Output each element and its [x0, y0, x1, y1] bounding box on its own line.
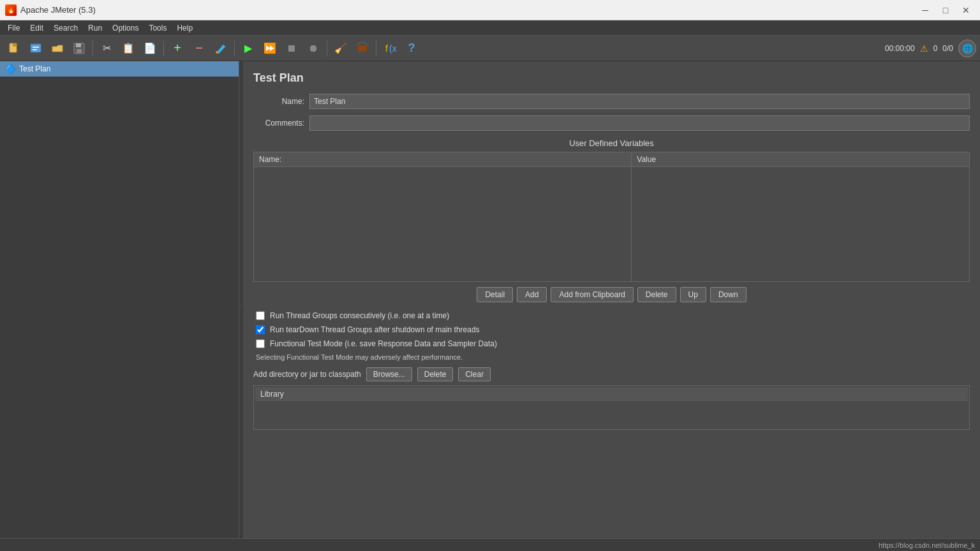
- comments-input[interactable]: [309, 115, 970, 131]
- toolbar-copy[interactable]: 📋: [118, 38, 138, 59]
- name-row: Name:: [253, 94, 970, 109]
- comments-row: Comments:: [253, 115, 970, 131]
- svg-rect-2: [31, 44, 41, 52]
- name-label: Name:: [253, 97, 304, 106]
- menu-options[interactable]: Options: [107, 20, 144, 35]
- svg-rect-6: [76, 43, 81, 47]
- globe-button[interactable]: 🌐: [958, 40, 976, 57]
- add-from-clipboard-button[interactable]: Add from Clipboard: [551, 287, 633, 302]
- svg-rect-3: [33, 47, 39, 48]
- svg-rect-4: [33, 49, 37, 50]
- svg-text:f: f: [385, 43, 388, 54]
- empty-row: [254, 167, 970, 282]
- col-name-header: Name:: [254, 152, 632, 167]
- minimize-button[interactable]: ─: [916, 3, 934, 18]
- toolbar-start-no-pause[interactable]: ⏩: [260, 38, 280, 59]
- toolbar-clear-results[interactable]: 🧹: [330, 38, 351, 59]
- detail-button[interactable]: Detail: [477, 287, 513, 302]
- consecutive-checkbox[interactable]: [256, 311, 265, 320]
- time-display: 00:00:00: [885, 44, 915, 53]
- toolbar-templates[interactable]: [26, 38, 46, 59]
- library-table: Library: [253, 385, 970, 430]
- app-title: Apache JMeter (5.3): [20, 5, 96, 15]
- menu-search[interactable]: Search: [48, 20, 83, 35]
- toolbar-sep-2: [163, 41, 164, 56]
- toolbar-sep-3: [234, 41, 235, 56]
- menu-bar: File Edit Search Run Options Tools Help: [0, 20, 980, 36]
- teardown-label: Run tearDown Thread Groups after shutdow…: [270, 325, 480, 334]
- svg-rect-7: [77, 49, 82, 53]
- toolbar-right: 00:00:00 ⚠ 0 0/0 🌐: [885, 40, 976, 57]
- status-bar: https://blog.csdn.net/sublime_k: [0, 538, 980, 551]
- toolbar-clear[interactable]: [352, 38, 373, 59]
- menu-run[interactable]: Run: [83, 20, 107, 35]
- toolbar-cut[interactable]: ✂: [96, 38, 117, 59]
- toolbar-new[interactable]: [4, 38, 24, 59]
- svg-point-8: [216, 51, 218, 54]
- classpath-label: Add directory or jar to classpath: [253, 370, 361, 379]
- close-button[interactable]: ✕: [957, 3, 975, 18]
- consecutive-label: Run Thread Groups consecutively (i.e. on…: [270, 311, 449, 320]
- functional-notice: Selecting Functional Test Mode may adver…: [256, 353, 970, 361]
- browse-button[interactable]: Browse...: [366, 367, 412, 381]
- toolbar-functions[interactable]: f(x): [380, 38, 400, 59]
- toolbar-open[interactable]: [47, 38, 68, 59]
- app-icon: 🔥: [5, 4, 17, 16]
- variables-table: Name: Value: [253, 152, 970, 282]
- classpath-delete-button[interactable]: Delete: [417, 367, 454, 381]
- toolbar-sep-5: [376, 41, 376, 56]
- tree-item-label: Test Plan: [19, 64, 50, 73]
- toolbar-sep-4: [327, 41, 327, 56]
- status-url: https://blog.csdn.net/sublime_k: [879, 541, 975, 549]
- toolbar-sep-1: [93, 41, 93, 56]
- window-controls: ─ □ ✕: [916, 3, 975, 18]
- menu-file[interactable]: File: [3, 20, 25, 35]
- toolbar-paste[interactable]: 📄: [140, 38, 160, 59]
- add-button[interactable]: Add: [517, 287, 547, 302]
- action-buttons-row: Detail Add Add from Clipboard Delete Up …: [253, 287, 970, 302]
- warning-count: 0: [933, 44, 938, 53]
- comments-label: Comments:: [253, 119, 304, 128]
- ratio-display: 0/0: [942, 44, 953, 53]
- teardown-checkbox[interactable]: [256, 325, 265, 334]
- functional-label: Functional Test Mode (i.e. save Response…: [270, 339, 497, 348]
- toolbar-help[interactable]: ?: [401, 38, 422, 59]
- toolbar-draw[interactable]: [211, 38, 231, 59]
- down-button[interactable]: Down: [710, 287, 746, 302]
- svg-text:(x): (x): [389, 43, 396, 54]
- warning-icon: ⚠: [920, 43, 928, 54]
- classpath-row: Add directory or jar to classpath Browse…: [253, 367, 970, 381]
- checkbox-teardown: Run tearDown Thread Groups after shutdow…: [253, 325, 970, 334]
- maximize-button[interactable]: □: [937, 3, 954, 18]
- svg-rect-9: [358, 45, 367, 52]
- toolbar-remove[interactable]: −: [189, 38, 209, 59]
- tree-item-test-plan[interactable]: 🔷 Test Plan: [0, 61, 239, 77]
- menu-edit[interactable]: Edit: [25, 20, 48, 35]
- toolbar: ✂ 📋 📄 + − ▶ ⏩ ⏹ ⏺ 🧹 f(x) ? 00:00:00 ⚠ 0 …: [0, 36, 980, 61]
- toolbar-start[interactable]: ▶: [238, 38, 258, 59]
- left-panel: 🔷 Test Plan: [0, 61, 239, 551]
- menu-help[interactable]: Help: [172, 20, 198, 35]
- toolbar-save[interactable]: [69, 38, 89, 59]
- user-defined-vars-title: User Defined Variables: [253, 138, 970, 148]
- toolbar-add[interactable]: +: [167, 38, 188, 59]
- toolbar-shutdown[interactable]: ⏺: [303, 38, 323, 59]
- functional-checkbox[interactable]: [256, 339, 265, 348]
- panel-title: Test Plan: [253, 71, 970, 85]
- checkbox-functional: Functional Test Mode (i.e. save Response…: [253, 339, 970, 348]
- up-button[interactable]: Up: [680, 287, 706, 302]
- col-value-header: Value: [632, 152, 970, 167]
- library-empty-row: [255, 402, 968, 428]
- right-panel: Test Plan Name: Comments: User Defined V…: [243, 61, 980, 551]
- library-header: Library: [255, 387, 968, 401]
- delete-button[interactable]: Delete: [637, 287, 676, 302]
- svg-rect-1: [13, 43, 17, 47]
- checkbox-consecutive: Run Thread Groups consecutively (i.e. on…: [253, 311, 970, 320]
- toolbar-stop[interactable]: ⏹: [281, 38, 302, 59]
- clear-button[interactable]: Clear: [458, 367, 491, 381]
- main-layout: 🔷 Test Plan ⋮ Test Plan Name: Comments: …: [0, 61, 980, 551]
- menu-tools[interactable]: Tools: [144, 20, 172, 35]
- test-plan-icon: 🔷: [5, 64, 15, 74]
- title-bar: 🔥 Apache JMeter (5.3) ─ □ ✕: [0, 0, 980, 20]
- name-input[interactable]: [309, 94, 970, 109]
